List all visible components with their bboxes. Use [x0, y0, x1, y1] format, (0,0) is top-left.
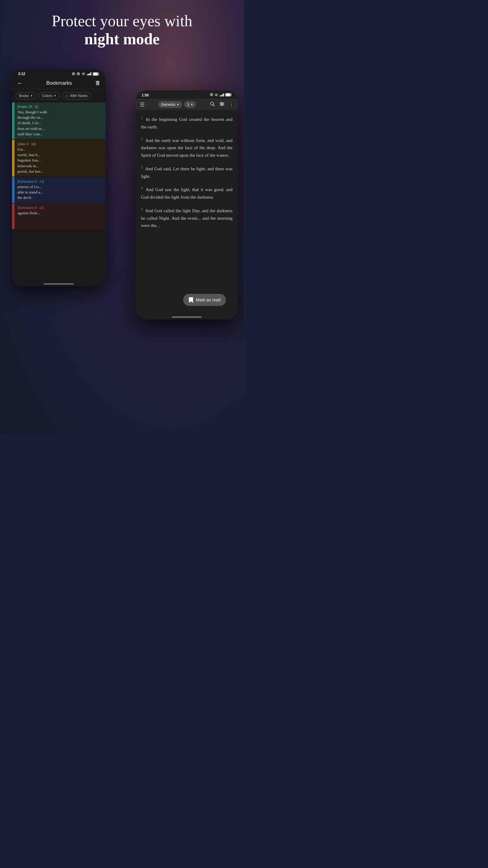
bookmark-ref-john: [John 3 : 16] — [18, 142, 102, 146]
bookmark-ref-ephesians2: [Ephesians 6 : 12] — [18, 206, 102, 210]
alarm-icon-front — [210, 93, 213, 96]
home-indicator-back — [44, 283, 74, 284]
signal-icon-back — [87, 72, 92, 75]
nav-icons-group: ⋮ — [210, 101, 234, 108]
bookmark-color-red — [12, 204, 14, 229]
bookmark-content-psalm: [Psalm 23 : 4] Yea, though I walkthrough… — [14, 102, 105, 139]
mark-as-read-button[interactable]: Mark as read — [183, 294, 226, 306]
books-arrow-icon: ▼ — [30, 94, 33, 97]
back-button[interactable]: ← — [17, 80, 23, 87]
verse-num-5: 5 — [141, 207, 143, 211]
delete-button[interactable]: 🗑 — [95, 80, 101, 86]
status-time-back: 3:12 — [18, 72, 25, 76]
bookmarks-phone: 3:12 ← Bookmarks 🗑 Books ▼ Colors ▼ — [12, 69, 105, 286]
svg-rect-10 — [93, 73, 98, 75]
books-filter[interactable]: Books ▼ — [16, 92, 36, 99]
status-time-front: 1:50 — [141, 93, 149, 97]
bookmark-icon — [189, 297, 193, 303]
bookmark-text-john: For...world, that h...begotten Son...bel… — [18, 147, 102, 174]
bookmarks-title: Bookmarks — [46, 80, 72, 86]
wifi-icon-front — [214, 93, 218, 96]
verse-2: 2 And the earth was without form, and vo… — [141, 136, 233, 159]
svg-rect-7 — [89, 73, 90, 75]
battery-icon-back — [93, 72, 99, 76]
bookmark-list: [Psalm 23 : 4] Yea, though I walkthrough… — [12, 102, 105, 230]
verse-1: 1 In the beginning God created the heave… — [141, 115, 233, 131]
svg-point-27 — [221, 104, 222, 106]
bookmark-text-ephesians1: armour of Go...able to stand a...the dev… — [18, 184, 102, 201]
chapter-arrow-icon: ▼ — [190, 103, 193, 106]
svg-rect-15 — [221, 95, 222, 96]
bookmark-ref-ephesians1: [Ephesians 6 : 11] — [18, 180, 102, 183]
phones-container: 3:12 ← Bookmarks 🗑 Books ▼ Colors ▼ — [0, 54, 244, 434]
with-notes-filter[interactable]: ▢ With Notes — [62, 92, 91, 99]
filter-bar: Books ▼ Colors ▼ ▢ With Notes — [12, 89, 105, 102]
svg-point-26 — [222, 103, 223, 104]
bookmarks-topbar: ← Bookmarks 🗑 — [12, 77, 105, 89]
colors-arrow-icon: ▼ — [54, 94, 56, 97]
home-indicator-front — [172, 316, 202, 318]
bookmark-content-ephesians2: [Ephesians 6 : 12] against flesh... — [14, 204, 105, 229]
bookmark-item-ephesians1[interactable]: [Ephesians 6 : 11] armour of Go...able t… — [12, 177, 105, 203]
mark-as-read-label: Mark as read — [196, 298, 221, 302]
more-icon[interactable]: ⋮ — [229, 101, 234, 107]
status-bar-back: 3:12 — [12, 69, 105, 77]
chapter-label: 1 — [187, 102, 189, 107]
bookmark-content-john: [John 3 : 16] For...world, that h...bego… — [14, 140, 105, 177]
svg-rect-6 — [88, 74, 89, 75]
bookmark-color-blue — [12, 177, 14, 203]
book-arrow-icon: ▼ — [176, 103, 179, 106]
alarm-icon — [76, 72, 80, 76]
svg-line-21 — [213, 105, 215, 106]
search-icon[interactable] — [210, 101, 215, 108]
note-checkbox-icon: ▢ — [65, 94, 68, 98]
verse-num-2: 2 — [141, 137, 143, 141]
wifi-icon-back — [82, 72, 86, 75]
svg-rect-19 — [226, 94, 230, 96]
status-bar-front: 1:50 — [135, 90, 238, 98]
status-icons-front — [210, 93, 232, 97]
svg-point-25 — [221, 102, 222, 103]
bible-nav-bar: ☰ Genesis ▼ 1 ▼ ⋮ — [135, 98, 238, 110]
bookmark-item-john[interactable]: [John 3 : 16] For...world, that h...bego… — [12, 140, 105, 177]
verse-4: 4 And God saw the light, that it was goo… — [141, 185, 233, 201]
svg-rect-5 — [87, 74, 88, 75]
bible-content: 1 In the beginning God created the heave… — [135, 110, 238, 309]
svg-rect-17 — [223, 93, 224, 96]
menu-icon[interactable]: ☰ — [140, 101, 144, 108]
book-label: Genesis — [161, 102, 175, 107]
verse-num-1: 1 — [141, 116, 143, 120]
verse-num-3: 3 — [141, 165, 143, 169]
book-chapter-selector: Genesis ▼ 1 ▼ — [158, 101, 196, 108]
bible-reader-phone: 1:50 ☰ Genesis ▼ 1 ▼ — [135, 90, 238, 319]
svg-point-1 — [73, 73, 74, 74]
svg-line-13 — [212, 95, 212, 95]
settings-icon[interactable] — [219, 101, 225, 108]
bookmark-item-ephesians2[interactable]: [Ephesians 6 : 12] against flesh... — [12, 204, 105, 229]
signal-icon-front — [220, 93, 224, 96]
bookmark-item-psalm[interactable]: [Psalm 23 : 4] Yea, though I walkthrough… — [12, 102, 105, 139]
chapter-selector[interactable]: 1 ▼ — [184, 101, 196, 108]
status-icons-back — [72, 72, 99, 76]
battery-icon-front — [225, 93, 232, 96]
bookmark-text-psalm: Yea, though I walkthrough the va...of de… — [18, 110, 102, 137]
verse-5: 5 And God called the light Day, and the … — [141, 207, 233, 229]
colors-filter[interactable]: Colors ▼ — [38, 92, 60, 99]
bookmark-color-gold — [12, 140, 14, 177]
bookmark-text-ephesians2: against flesh... — [18, 210, 102, 216]
notification-icon — [72, 72, 75, 76]
svg-rect-14 — [220, 96, 221, 96]
verse-num-4: 4 — [141, 186, 143, 190]
book-selector[interactable]: Genesis ▼ — [158, 101, 183, 108]
svg-rect-8 — [90, 72, 91, 75]
svg-rect-16 — [222, 94, 223, 96]
bookmark-content-ephesians1: [Ephesians 6 : 11] armour of Go...able t… — [14, 177, 105, 203]
svg-line-4 — [78, 74, 79, 74]
verse-3: 3 And God said, Let there be light: and … — [141, 164, 233, 180]
hero-section: Protect your eyes with night mode — [0, 12, 244, 48]
hero-line1: Protect your eyes with — [9, 12, 235, 30]
bookmark-color-teal — [12, 102, 14, 139]
bookmark-ref-psalm: [Psalm 23 : 4] — [18, 105, 102, 108]
hero-line2: night mode — [9, 30, 235, 48]
